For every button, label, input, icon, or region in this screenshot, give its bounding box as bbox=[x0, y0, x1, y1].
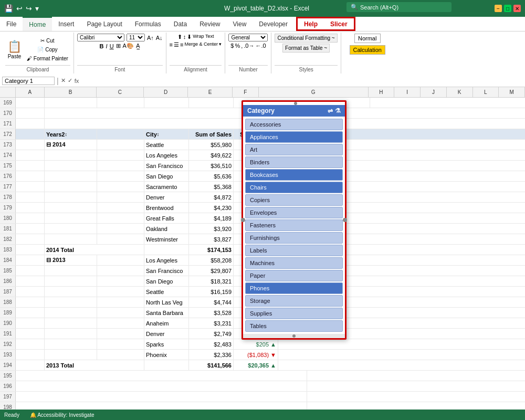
cell-f192[interactable]: $205 ▲ bbox=[234, 339, 278, 349]
slicer-item[interactable]: Phones bbox=[245, 282, 343, 294]
cell-c174[interactable] bbox=[97, 150, 144, 160]
cell-a171[interactable] bbox=[16, 119, 45, 129]
tab-slicer[interactable]: Slicer bbox=[324, 18, 354, 29]
cell-d179[interactable]: Brentwood bbox=[144, 203, 189, 213]
slicer-item[interactable]: Labels bbox=[245, 245, 343, 256]
save-icon[interactable]: 💾 bbox=[4, 4, 13, 13]
col-header-i[interactable]: I bbox=[394, 87, 421, 97]
formula-input[interactable] bbox=[81, 78, 523, 84]
col-header-j[interactable]: J bbox=[421, 87, 447, 97]
col-header-f[interactable]: F bbox=[233, 87, 259, 97]
underline-button[interactable]: U bbox=[110, 43, 114, 49]
cell-e172[interactable]: Sum of Sales bbox=[189, 129, 234, 139]
cell-e179[interactable]: $4,230 bbox=[189, 203, 234, 213]
normal-style-box[interactable]: Normal bbox=[354, 34, 381, 43]
increase-font-button[interactable]: A↑ bbox=[147, 35, 154, 41]
fill-color-button[interactable]: A🎨 bbox=[123, 43, 134, 49]
slicer-filter-clear-icon[interactable]: ⇌ bbox=[328, 107, 333, 114]
cell-198[interactable] bbox=[16, 402, 307, 410]
cell-b194[interactable]: 2013 Total bbox=[45, 360, 144, 370]
name-box[interactable]: Category 1 bbox=[2, 77, 55, 85]
cell-a174[interactable] bbox=[16, 150, 45, 160]
bold-button[interactable]: B bbox=[100, 43, 104, 49]
resize-dot-right[interactable] bbox=[343, 218, 347, 222]
font-color-button[interactable]: A̲ bbox=[136, 43, 140, 49]
slicer-item[interactable]: Bookcases bbox=[245, 169, 343, 181]
font-family-select[interactable]: Calibri bbox=[77, 34, 124, 41]
tab-insert[interactable]: Insert bbox=[52, 17, 80, 31]
cell-c172[interactable] bbox=[97, 129, 144, 139]
cell-a169[interactable] bbox=[16, 98, 45, 108]
cell-d190[interactable]: Anaheim bbox=[144, 318, 189, 328]
cell-d169[interactable] bbox=[144, 98, 189, 108]
align-right-button[interactable]: ≡ bbox=[180, 41, 183, 48]
cell-e177[interactable]: $5,368 bbox=[189, 182, 234, 192]
col-header-d[interactable]: D bbox=[144, 87, 188, 97]
slicer-item[interactable]: Tables bbox=[245, 320, 343, 332]
merge-center-button[interactable]: Merge & Center ▾ bbox=[184, 41, 222, 48]
cell-b184[interactable]: ⊟ 2013 bbox=[45, 255, 97, 265]
cell-b183[interactable]: 2014 Total bbox=[45, 245, 144, 255]
cell-e173[interactable]: $55,980 bbox=[189, 140, 234, 150]
col-header-a[interactable]: A bbox=[16, 87, 45, 97]
format-as-table-button[interactable]: Format as Table ~ bbox=[282, 44, 330, 52]
slicer-item[interactable]: Machines bbox=[245, 257, 343, 269]
col-header-c[interactable]: C bbox=[97, 87, 144, 97]
slicer-item[interactable]: Paper bbox=[245, 270, 343, 281]
cell-d178[interactable]: Denver bbox=[144, 192, 189, 202]
cell-d188[interactable]: North Las Veg bbox=[144, 297, 189, 307]
cell-d181[interactable]: Oakland bbox=[144, 224, 189, 234]
close-button[interactable]: ✕ bbox=[513, 5, 521, 12]
cell-e181[interactable]: $3,920 bbox=[189, 224, 234, 234]
cell-d182[interactable]: Westminster bbox=[144, 234, 189, 244]
wrap-text-button[interactable]: Wrap Text bbox=[193, 34, 214, 40]
customize-icon[interactable]: ▾ bbox=[35, 4, 39, 13]
cell-d173[interactable]: Seattle bbox=[144, 140, 189, 150]
cell-d184[interactable]: Los Angeles bbox=[144, 255, 189, 265]
cell-d176[interactable]: San Diego bbox=[144, 171, 189, 181]
calculation-style-box[interactable]: Calculation bbox=[350, 45, 385, 55]
col-header-h[interactable]: H bbox=[369, 87, 395, 97]
tab-file[interactable]: File bbox=[0, 17, 23, 31]
slicer-item[interactable]: Copiers bbox=[245, 194, 343, 206]
align-middle-button[interactable]: ↕ bbox=[183, 34, 186, 40]
slicer-item[interactable]: Envelopes bbox=[245, 207, 343, 218]
percent-button[interactable]: % bbox=[235, 43, 240, 49]
format-painter-button[interactable]: 🖌 Format Painter bbox=[25, 55, 70, 62]
cell-d187[interactable]: Seattle bbox=[144, 287, 189, 297]
cell-e175[interactable]: $36,510 bbox=[189, 161, 234, 171]
slicer-item[interactable]: Binders bbox=[245, 156, 343, 168]
col-header-m[interactable]: M bbox=[499, 87, 525, 97]
cell-d193[interactable]: Phoenix bbox=[144, 350, 189, 360]
slicer-item[interactable]: Accessories bbox=[245, 119, 343, 130]
slicer-filter-icon[interactable]: ⚗ bbox=[335, 107, 341, 114]
cell-196[interactable] bbox=[16, 381, 307, 391]
col-header-l[interactable]: L bbox=[473, 87, 499, 97]
cell-e176[interactable]: $5,636 bbox=[189, 171, 234, 181]
tab-view[interactable]: View bbox=[227, 17, 253, 31]
cell-d175[interactable]: San Francisco bbox=[144, 161, 189, 171]
col-header-e[interactable]: E bbox=[188, 87, 233, 97]
cell-e185[interactable]: $29,807 bbox=[189, 266, 234, 276]
maximize-button[interactable]: □ bbox=[504, 5, 511, 12]
cell-f193[interactable]: ($1,083) ▼ bbox=[234, 350, 278, 360]
cell-e187[interactable]: $16,159 bbox=[189, 287, 234, 297]
italic-button[interactable]: I bbox=[106, 43, 108, 49]
cell-c173[interactable] bbox=[97, 140, 144, 150]
cell-e169[interactable] bbox=[189, 98, 234, 108]
tab-page-layout[interactable]: Page Layout bbox=[80, 17, 128, 31]
insert-function-button[interactable]: fx bbox=[75, 78, 79, 84]
cut-button[interactable]: ✂ Cut bbox=[25, 37, 70, 45]
tab-formulas[interactable]: Formulas bbox=[129, 17, 167, 31]
cell-b172[interactable]: Years2 ↕ bbox=[45, 129, 97, 139]
conditional-formatting-button[interactable]: Conditional Formatting ~ bbox=[275, 34, 337, 43]
tab-developer[interactable]: Developer bbox=[253, 17, 294, 31]
cell-e193[interactable]: $2,336 bbox=[189, 350, 234, 360]
col-header-g[interactable]: G bbox=[259, 87, 369, 97]
slicer-item[interactable]: Chairs bbox=[245, 182, 343, 193]
font-size-select[interactable]: 11 bbox=[127, 34, 145, 41]
border-button[interactable]: ⊞ bbox=[116, 43, 121, 49]
copy-button[interactable]: 📄 Copy bbox=[25, 46, 70, 54]
slicer-item[interactable]: Supplies bbox=[245, 308, 343, 319]
cell-e188[interactable]: $4,744 bbox=[189, 297, 234, 307]
